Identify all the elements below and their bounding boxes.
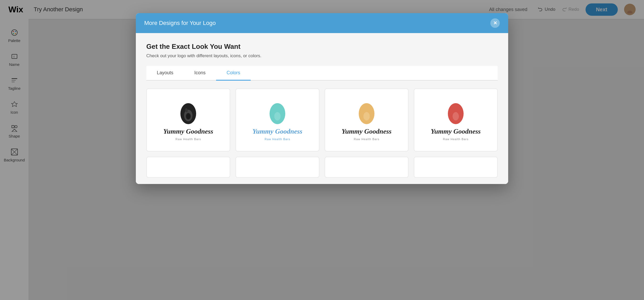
modal-subheading: Check out your logo with different layou…	[146, 53, 498, 59]
modal-heading: Get the Exact Look You Want	[146, 43, 498, 51]
svg-point-23	[186, 113, 190, 119]
logo-name-red: Yummy Goodness	[431, 128, 481, 135]
modal: More Designs for Your Logo ✕ Get the Exa…	[136, 13, 508, 184]
logo-card-black[interactable]: Yummy Goodness Raw Health Bars	[146, 88, 230, 151]
tabs: Layouts Icons Colors	[146, 66, 498, 81]
tab-colors[interactable]: Colors	[216, 66, 251, 81]
logo-icon-red	[443, 99, 469, 125]
logo-card-orange[interactable]: Yummy Goodness Raw Health Bars	[325, 88, 409, 151]
logo-card-black-inner: Yummy Goodness Raw Health Bars	[163, 99, 213, 141]
logo-card-bottom-1[interactable]	[146, 157, 230, 178]
logo-icon-teal	[264, 99, 291, 125]
modal-overlay: More Designs for Your Logo ✕ Get the Exa…	[0, 0, 644, 300]
logo-card-orange-inner: Yummy Goodness Raw Health Bars	[342, 99, 391, 141]
svg-point-27	[363, 112, 370, 120]
logo-name-black: Yummy Goodness	[163, 128, 213, 135]
logo-card-red[interactable]: Yummy Goodness Raw Health Bars	[414, 88, 498, 151]
logo-icon-black	[175, 99, 201, 125]
modal-close-button[interactable]: ✕	[490, 18, 500, 28]
modal-header: More Designs for Your Logo ✕	[136, 13, 508, 33]
logo-card-teal-inner: Yummy Goodness Raw Health Bars	[253, 99, 302, 141]
logo-card-red-inner: Yummy Goodness Raw Health Bars	[431, 99, 481, 141]
logo-card-bottom-2[interactable]	[235, 157, 319, 178]
logo-name-orange: Yummy Goodness	[342, 128, 391, 135]
tab-icons[interactable]: Icons	[184, 66, 216, 81]
logo-tagline-orange: Raw Health Bars	[354, 138, 379, 141]
logo-card-bottom-4[interactable]	[414, 157, 498, 178]
logo-card-bottom-3[interactable]	[325, 157, 409, 178]
logo-tagline-red: Raw Health Bars	[443, 138, 469, 141]
logo-grid: Yummy Goodness Raw Health Bars Yummy	[146, 88, 498, 178]
logo-tagline-teal: Raw Health Bars	[265, 138, 290, 141]
tab-layouts[interactable]: Layouts	[146, 66, 184, 81]
modal-body: Get the Exact Look You Want Check out yo…	[136, 33, 508, 184]
svg-point-25	[274, 112, 281, 120]
svg-point-29	[453, 112, 459, 120]
logo-icon-orange	[353, 99, 380, 125]
logo-name-teal: Yummy Goodness	[253, 128, 302, 135]
logo-tagline-black: Raw Health Bars	[175, 138, 201, 141]
modal-header-title: More Designs for Your Logo	[144, 20, 216, 27]
logo-card-teal[interactable]: Yummy Goodness Raw Health Bars	[235, 88, 319, 151]
